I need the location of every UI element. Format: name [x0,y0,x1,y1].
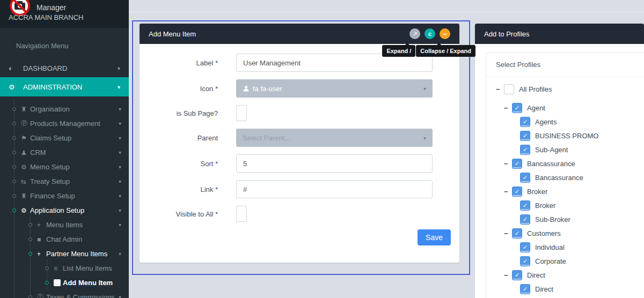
icon-select[interactable]: fa fa-user ▾ [236,79,433,98]
content-area: Add Menu Item ↗ c − Expand / Collapse / … [129,0,644,298]
sidebar-item-memo-setup[interactable]: ⚙Memo Setup▾ [0,160,129,174]
sidebar-item-application-setup[interactable]: ⚙Application Setup▾ [0,203,129,218]
sidebar-item-label: Memo Setup [30,163,70,171]
sidebar-item-taxes-commissions[interactable]: ⓉTaxes & Commissions▾ [0,290,129,298]
crm-icon: ♟ [21,149,30,157]
sidebar-item-label: Menu Items [46,221,83,229]
tree-node-bancassurance: −✓Bancassurance [486,159,644,169]
profile-checkbox[interactable]: ✓ [512,187,522,197]
expand-button[interactable]: ↗ [409,28,420,39]
sidebar-item-crm[interactable]: ♟CRM▾ [0,145,129,160]
profile-checkbox[interactable]: ✓ [512,228,522,239]
tree-node-label[interactable]: Customers [527,229,561,237]
sidebar-item-chat-admin[interactable]: ■Chat Admin [0,232,129,247]
sidebar-item-add-menu-item[interactable]: +Add Menu Item [0,275,129,290]
collapse-toggle-icon[interactable]: − [504,104,512,112]
selection-outline: Add Menu Item ↗ c − Expand / Collapse / … [132,20,470,275]
tree-node-label[interactable]: Broker [527,188,547,196]
organisation-icon: ♜ [21,106,30,113]
sidebar-tree-item: ⓉTaxes & Commissions▾ [0,290,129,298]
sidebar-item-products-management[interactable]: ⓅProducts Management▾ [0,116,129,131]
sidebar-item-claims-setup[interactable]: ⚑Claims Setup▾ [0,131,129,145]
sidebar-item-list-menu-items[interactable]: ≡List Menu Items [0,261,129,275]
brand-role: Manager [36,3,66,12]
sidebar-item-label: Partner Menu Items [46,250,107,258]
profile-checkbox[interactable]: ✓ [512,159,522,169]
tree-node-customers: −✓Customers [486,228,644,239]
sidebar-item-dashboard[interactable]: ◐ DASHBOARD ▾ [0,59,129,77]
select-profiles-box: Select Profiles −All Profiles−✓Agent−✓Ag… [486,53,644,298]
add-menu-item-panel: Add Menu Item ↗ c − Expand / Collapse / … [140,24,459,263]
tree-node-label[interactable]: Bancassurance [527,160,575,168]
tree-node-label[interactable]: Agents [535,118,557,126]
profile-checkbox[interactable]: ✓ [520,200,530,211]
profile-checkbox[interactable] [504,84,514,94]
sidebar-item-treaty-setup[interactable]: ⇆Treaty Setup▾ [0,174,129,189]
profile-checkbox[interactable]: ✓ [520,145,530,155]
sidebar-item-organisation[interactable]: ♜Organisation▾ [0,102,129,116]
tree-node-label[interactable]: Broker [535,202,555,210]
sidebar-item-menu-items[interactable]: +Menu Items▾ [0,218,129,232]
save-button[interactable]: Save [418,229,451,245]
link-input[interactable] [236,180,433,198]
profile-checkbox[interactable]: ✓ [520,173,530,183]
sidebar-tree-item: +Partner Menu Items▾≡List Menu Items+Add… [0,247,129,290]
tooltip-collapse-expand: Collapse / Expand [416,45,475,57]
profile-checkbox[interactable]: ✓ [520,284,530,294]
tree-node-label[interactable]: Bancassurance [535,174,583,182]
taxes-commissions-icon: Ⓣ [37,293,46,298]
sidebar-submenu: +Menu Items▾■Chat Admin+Partner Menu Ite… [0,218,129,298]
icon-field-label: Icon * [148,85,218,93]
profile-checkbox[interactable]: ✓ [520,242,530,252]
profile-checkbox[interactable]: ✓ [520,131,530,141]
tree-node-label[interactable]: Agent [527,104,545,112]
tree-node-label[interactable]: Direct [535,285,553,293]
tree-node-label[interactable]: BUSINESS PROMO [535,132,598,140]
tree-node-label[interactable]: Sub-Broker [535,215,570,224]
minimize-button[interactable]: − [440,28,450,39]
tree-node-label[interactable]: All Profiles [519,85,552,93]
profile-checkbox[interactable]: ✓ [512,270,522,280]
tree-node-label[interactable]: Corporate [535,257,566,265]
sort-input[interactable] [236,154,433,173]
sidebar-item-label: Finance Setup [30,192,75,200]
sidebar-item-label: Treaty Setup [30,177,70,185]
chevron-down-icon: ▾ [119,150,121,155]
profile-checkbox[interactable]: ✓ [520,117,530,127]
sidebar-item-partner-menu-items[interactable]: +Partner Menu Items▾ [0,247,129,261]
sidebar-item-administration[interactable]: ⚙ ADMINISTRATION ▾ [0,77,129,96]
sidebar-tree-item: ⓅProducts Management▾ [0,116,129,131]
panel-header: Add to Profiles [475,24,644,44]
tree-node-label[interactable]: Individual [535,243,565,251]
collapse-toggle-icon[interactable]: − [504,271,512,279]
collapse-toggle-icon[interactable]: − [504,188,512,196]
parent-select[interactable]: Select Parent... ▾ [236,129,433,147]
tree-node-sub-agent: −✓Sub-Agent [486,145,644,155]
link-field-label: Link * [148,185,218,193]
visible-to-all-checkbox[interactable] [236,206,247,222]
panel-header: Add Menu Item ↗ c − Expand / Collapse / … [140,24,459,44]
sidebar-item-label: Taxes & Commissions [46,293,115,298]
collapse-button[interactable]: c [425,28,435,39]
is-sub-page-checkbox[interactable] [236,105,247,121]
chevron-down-icon: ▾ [119,222,121,228]
tree-node-label[interactable]: Direct [527,271,545,279]
tree-node-direct: −✓Direct [486,284,644,294]
tree-node-broker: −✓Broker [486,200,644,211]
bullet-icon [12,107,16,111]
collapse-toggle-icon[interactable]: − [504,160,512,168]
parent-select-placeholder: Select Parent... [243,134,290,142]
chevron-down-icon: ▾ [119,121,121,126]
profile-checkbox[interactable]: ✓ [512,103,522,113]
sidebar-item-finance-setup[interactable]: ♜Finance Setup▾ [0,189,129,203]
tree-node-all-profiles: −All Profiles [486,84,644,94]
bullet-icon [12,136,16,140]
brand-branch: ACCRA MAIN BRANCH [9,13,83,21]
bullet-icon [12,151,16,154]
profile-checkbox[interactable]: ✓ [520,214,530,225]
tree-node-label[interactable]: Sub-Agent [535,146,568,154]
collapse-toggle-icon[interactable]: − [496,85,504,93]
profile-checkbox[interactable]: ✓ [520,256,530,266]
products-management-icon: Ⓟ [21,119,30,128]
collapse-toggle-icon[interactable]: − [504,229,512,237]
